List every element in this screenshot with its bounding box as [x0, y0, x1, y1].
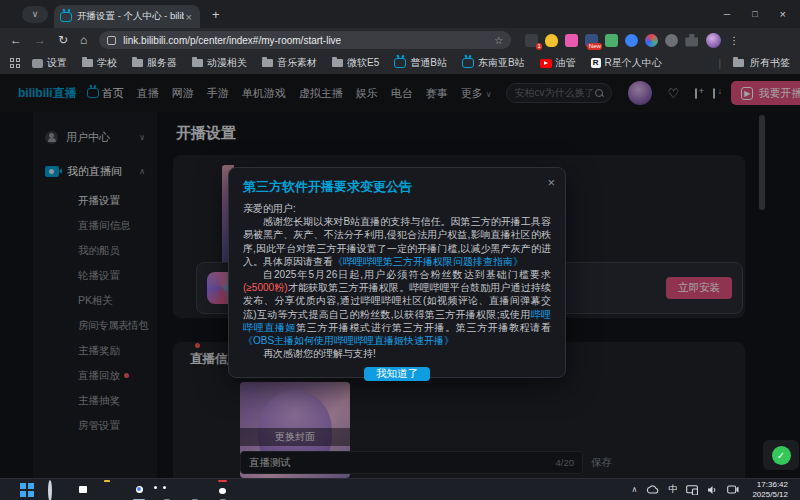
browser-titlebar: ∨ 开播设置 - 个人中心 - bilibili 直 × + ─ □ × [0, 0, 800, 28]
fan-threshold-highlight: (≥5000粉) [243, 282, 288, 293]
extension-icon[interactable] [545, 34, 558, 47]
taskbar-clock[interactable]: 17:36:42 2025/5/12 [752, 480, 788, 499]
dialog-close-icon[interactable]: × [547, 175, 555, 190]
apps-grid-icon[interactable] [10, 58, 20, 68]
new-tab-button[interactable]: + [212, 7, 220, 22]
bookmark-item[interactable]: 油管 [540, 56, 576, 70]
taskbar-icons [20, 482, 231, 497]
browser-toolbar: ← → ↻ ⌂ link.bilibili.com/p/center/index… [0, 28, 800, 52]
bilibili-favicon-icon [60, 12, 72, 22]
taskbar-qq-icon[interactable] [216, 482, 231, 497]
dialog-thanks: 再次感谢您的理解与支持! [243, 347, 551, 360]
tab-title: 开播设置 - 个人中心 - bilibili 直 [77, 10, 184, 23]
camera-icon[interactable] [727, 485, 739, 494]
forward-icon[interactable]: → [34, 33, 46, 47]
bookmark-item[interactable]: 东南亚B站 [462, 56, 525, 70]
dialog-greeting: 亲爱的用户: [243, 202, 551, 215]
onedrive-cloud-icon[interactable] [646, 485, 659, 494]
windows-taskbar: ∧ 中 17:36:42 2025/5/12 [0, 478, 800, 500]
browser-icon [48, 480, 52, 500]
browser-menu-icon[interactable]: ⋮ [729, 35, 739, 46]
extension-icon[interactable] [645, 34, 658, 47]
site-settings-icon[interactable] [107, 36, 116, 45]
extension-icon[interactable]: New [585, 34, 598, 47]
folder-icon [733, 59, 744, 67]
browser-profile-avatar[interactable] [706, 33, 721, 48]
confirm-button[interactable]: 我知道了 [364, 367, 430, 381]
extension-icon[interactable] [605, 34, 618, 47]
bilibili-tv-icon [394, 58, 406, 68]
bookmark-folder[interactable]: 动漫相关 [192, 56, 247, 70]
folder-icon [132, 59, 143, 67]
green-check-icon: ✓ [772, 446, 791, 465]
window-controls: ─ □ × [724, 8, 786, 20]
bookmark-folder[interactable]: 服务器 [132, 56, 177, 70]
folder-icon [192, 59, 203, 67]
reload-icon[interactable]: ↻ [58, 33, 68, 47]
taskbar-chrome-icon[interactable] [132, 482, 147, 497]
taskbar-fox-app-icon[interactable] [188, 482, 203, 497]
folder-icon [82, 59, 93, 67]
chevron-down-icon: ∨ [32, 9, 39, 19]
bookmark-item[interactable]: 设置 [32, 56, 67, 70]
taskbar-explorer-icon[interactable] [104, 482, 119, 497]
close-button[interactable]: × [780, 8, 786, 20]
extension-icon[interactable]: 1 [525, 34, 538, 47]
separator: | [718, 58, 721, 69]
start-button[interactable] [20, 482, 35, 497]
system-tray: ∧ 中 17:36:42 2025/5/12 [632, 480, 792, 499]
extension-icon[interactable] [625, 34, 638, 47]
extension-icon[interactable] [565, 34, 578, 47]
dialog-title: 第三方软件开播要求变更公告 [243, 178, 551, 196]
folder-icon [332, 59, 343, 67]
maximize-button[interactable]: □ [752, 9, 757, 19]
extension-badge: 1 [536, 43, 542, 50]
tab-search-button[interactable]: ∨ [22, 6, 48, 23]
bookmark-folder[interactable]: 音乐素材 [262, 56, 317, 70]
taskbar-messenger-icon[interactable] [160, 482, 175, 497]
minimize-button[interactable]: ─ [724, 9, 730, 19]
url-text[interactable]: link.bilibili.com/p/center/index#/my-roo… [123, 35, 494, 46]
security-widget[interactable]: ✓ [763, 440, 799, 470]
extension-badge: New [587, 43, 602, 50]
bilibili-live-page: bilibili直播 首页 直播 网游 手游 单机游戏 虚拟主播 娱乐 电台 赛… [0, 74, 800, 478]
dialog-paragraph: 感谢您长期以来对B站直播的支持与信任。因第三方的开播工具容易被黑产、灰产、不法分… [243, 215, 551, 268]
bookmark-star-icon[interactable]: ☆ [494, 35, 503, 46]
bookmark-item[interactable]: 普通B站 [394, 56, 447, 70]
extension-icons: 1 New [525, 34, 698, 47]
clock-date: 2025/5/12 [752, 490, 788, 500]
clock-time: 17:36:42 [752, 480, 788, 490]
tab-close-icon[interactable]: × [184, 11, 194, 23]
all-bookmarks[interactable]: | 所有书签 [718, 56, 790, 70]
ime-indicator[interactable]: 中 [668, 483, 677, 496]
browser-tab[interactable]: 开播设置 - 个人中心 - bilibili 直 × [54, 5, 200, 28]
cast-screen-icon[interactable] [686, 485, 698, 495]
obs-tutorial-link[interactable]: 《OBS主播如何使用哔哩哔哩直播姬快速开播》 [243, 335, 454, 346]
screen: ∨ 开播设置 - 个人中心 - bilibili 直 × + ─ □ × ← →… [0, 0, 800, 500]
folder-icon [262, 59, 273, 67]
bookmarks-bar: 设置 学校 服务器 动漫相关 音乐素材 微软E5 普通B站 东南亚B站 油管 R… [0, 52, 800, 74]
tray-chevron-icon[interactable]: ∧ [632, 485, 638, 494]
settings-icon [32, 59, 43, 68]
extension-icon[interactable] [665, 34, 678, 47]
troubleshooting-guide-link[interactable]: 《哔哩哔哩第三方开播权限问题排查指南》 [333, 256, 523, 267]
dialog-body: 亲爱的用户: 感谢您长期以来对B站直播的支持与信任。因第三方的开播工具容易被黑产… [243, 202, 551, 360]
rockstar-icon: R [591, 58, 601, 68]
windows-logo-icon [20, 482, 35, 497]
extensions-puzzle-icon[interactable] [685, 34, 698, 47]
address-bar[interactable]: link.bilibili.com/p/center/index#/my-roo… [99, 31, 511, 49]
dialog-paragraph: 自2025年5月26日起,用户必须符合粉丝数达到基础门槛要求(≥5000粉)才能… [243, 268, 551, 347]
bookmark-folder[interactable]: 学校 [82, 56, 117, 70]
bilibili-tv-icon [462, 58, 474, 68]
third-party-streaming-notice-dialog: × 第三方软件开播要求变更公告 亲爱的用户: 感谢您长期以来对B站直播的支持与信… [228, 167, 566, 378]
taskbar-browser-icon[interactable] [48, 482, 63, 497]
taskbar-store-icon[interactable] [76, 482, 91, 497]
home-icon[interactable]: ⌂ [80, 33, 87, 47]
youtube-icon [540, 59, 552, 68]
speaker-icon[interactable] [707, 485, 718, 495]
back-icon[interactable]: ← [10, 33, 22, 47]
bookmark-item[interactable]: RR星个人中心 [591, 56, 662, 70]
bookmark-folder[interactable]: 微软E5 [332, 56, 379, 70]
